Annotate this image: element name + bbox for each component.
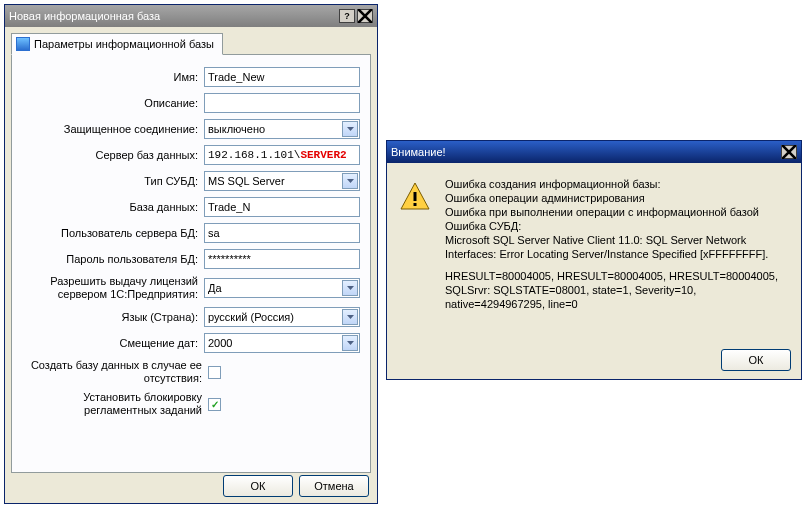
tab-body: Имя: Описание: Защищенное соединение: вы…: [11, 55, 371, 473]
dbms-type-select[interactable]: MS SQL Server: [204, 171, 360, 191]
chevron-down-icon: [342, 173, 358, 189]
window-title: Новая информационная база: [9, 10, 337, 22]
close-icon[interactable]: [781, 145, 797, 159]
svg-rect-1: [414, 203, 417, 206]
tab-strip: Параметры информационной базы: [11, 33, 371, 55]
chevron-down-icon: [342, 280, 358, 296]
database-input[interactable]: [204, 197, 360, 217]
error-line: Ошибка операции администрирования: [445, 192, 645, 204]
label-desc: Описание:: [22, 97, 204, 110]
license-select[interactable]: Да: [204, 278, 360, 298]
block-jobs-checkbox[interactable]: ✓: [208, 398, 221, 411]
error-dialog: Внимание! Ошибка создания информационной…: [386, 140, 802, 380]
license-value: Да: [208, 282, 222, 294]
titlebar[interactable]: Новая информационная база ?: [5, 5, 377, 27]
date-offset-value: 2000: [208, 337, 232, 349]
error-line: HRESULT=80004005, HRESULT=80004005, HRES…: [445, 270, 778, 282]
error-line: Ошибка при выполнении операции с информа…: [445, 206, 759, 218]
svg-rect-0: [414, 192, 417, 201]
error-titlebar[interactable]: Внимание!: [387, 141, 801, 163]
ok-button[interactable]: ОК: [223, 475, 293, 497]
label-language: Язык (Страна):: [22, 311, 204, 324]
db-server-name: SERVER2: [300, 149, 346, 161]
tab-icon: [16, 37, 30, 51]
chevron-down-icon: [342, 309, 358, 325]
error-body: Ошибка создания информационной базы: Оши…: [387, 163, 801, 327]
label-db: База данных:: [22, 201, 204, 214]
warning-icon: [399, 181, 431, 213]
error-button-bar: ОК: [721, 349, 791, 371]
name-input[interactable]: [204, 67, 360, 87]
error-line: Ошибка СУБД:: [445, 220, 521, 232]
label-secure: Защищенное соединение:: [22, 123, 204, 136]
description-input[interactable]: [204, 93, 360, 113]
label-dbtype: Тип СУБД:: [22, 175, 204, 188]
button-bar: ОК Отмена: [223, 475, 369, 497]
label-dateoffset: Смещение дат:: [22, 337, 204, 350]
error-ok-button[interactable]: ОК: [721, 349, 791, 371]
help-button[interactable]: ?: [339, 9, 355, 23]
close-button[interactable]: [357, 9, 373, 23]
label-name: Имя:: [22, 71, 204, 84]
db-password-input[interactable]: [204, 249, 360, 269]
error-line: SQLSrvr: SQLSTATE=08001, state=1, Severi…: [445, 284, 696, 296]
language-value: русский (Россия): [208, 311, 294, 323]
dbms-type-value: MS SQL Server: [208, 175, 285, 187]
label-license: Разрешить выдачу лицензий сервером 1С:Пр…: [22, 275, 204, 301]
db-user-input[interactable]: [204, 223, 360, 243]
tab-label: Параметры информационной базы: [34, 38, 214, 50]
error-text: Ошибка создания информационной базы: Оши…: [445, 177, 789, 319]
error-line: Microsoft SQL Server Native Client 11.0:…: [445, 234, 768, 260]
label-block-jobs: Установить блокировку регламентных задан…: [22, 391, 208, 417]
date-offset-select[interactable]: 2000: [204, 333, 360, 353]
cancel-button[interactable]: Отмена: [299, 475, 369, 497]
secure-connection-value: выключено: [208, 123, 265, 135]
label-dbuser: Пользователь сервера БД:: [22, 227, 204, 240]
error-line: native=4294967295, line=0: [445, 298, 578, 310]
db-server-ip: 192.168.1.101\: [208, 149, 300, 161]
create-db-checkbox[interactable]: [208, 366, 221, 379]
error-line: Ошибка создания информационной базы:: [445, 178, 661, 190]
chevron-down-icon: [342, 121, 358, 137]
label-dbpass: Пароль пользователя БД:: [22, 253, 204, 266]
infobase-wizard-window: Новая информационная база ? Параметры ин…: [4, 4, 378, 504]
label-createdb: Создать базу данных в случае ее отсутств…: [22, 359, 208, 385]
error-title: Внимание!: [391, 146, 779, 158]
chevron-down-icon: [342, 335, 358, 351]
label-server: Сервер баз данных:: [22, 149, 204, 162]
language-select[interactable]: русский (Россия): [204, 307, 360, 327]
secure-connection-select[interactable]: выключено: [204, 119, 360, 139]
tab-parameters[interactable]: Параметры информационной базы: [11, 33, 223, 55]
db-server-input[interactable]: 192.168.1.101\SERVER2: [204, 145, 360, 165]
